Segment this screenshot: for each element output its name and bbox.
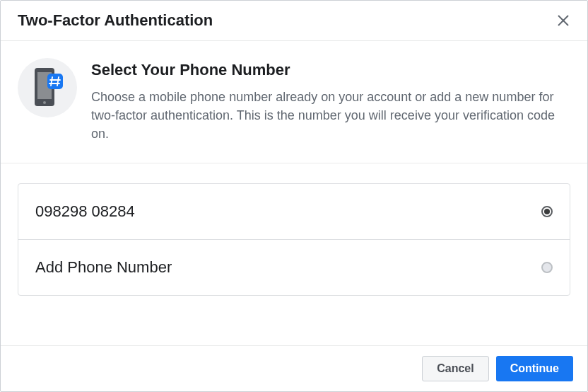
dialog-title: Two-Factor Authentication [18,11,213,30]
options-container: 098298 08284 Add Phone Number [1,163,587,345]
close-icon [556,13,570,28]
svg-rect-5 [47,74,63,89]
cancel-button[interactable]: Cancel [422,356,488,381]
radio-unselected[interactable] [541,262,553,273]
section-text: Select Your Phone Number Choose a mobile… [91,58,570,143]
phone-option-existing[interactable]: 098298 08284 [18,184,570,239]
continue-button[interactable]: Continue [496,356,573,381]
phone-option-label: Add Phone Number [35,258,172,277]
two-factor-dialog: Two-Factor Authentication [0,0,588,392]
dialog-header: Two-Factor Authentication [1,1,587,41]
phone-icon-container [18,58,77,117]
phone-option-add[interactable]: Add Phone Number [18,239,570,295]
close-button[interactable] [553,11,573,30]
phone-option-label: 098298 08284 [35,202,135,221]
phone-hash-icon [30,67,64,109]
section-description: Choose a mobile phone number already on … [91,88,570,143]
dialog-footer: Cancel Continue [1,345,587,391]
svg-point-4 [43,101,46,104]
content-header: Select Your Phone Number Choose a mobile… [1,41,587,163]
section-title: Select Your Phone Number [91,61,570,79]
radio-selected[interactable] [541,206,553,217]
phone-option-list: 098298 08284 Add Phone Number [18,183,570,296]
